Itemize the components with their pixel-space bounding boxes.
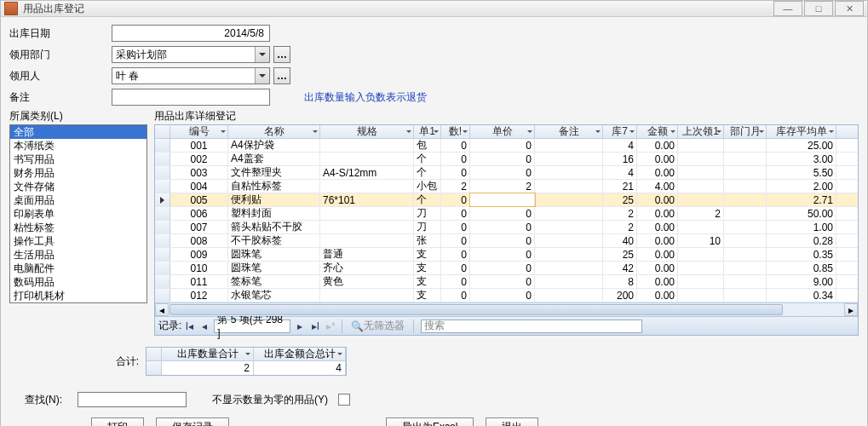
cell-avg[interactable]: 1.00: [767, 221, 836, 233]
cell-id[interactable]: 001: [170, 139, 228, 152]
search-input[interactable]: [78, 392, 187, 407]
person-browse-button[interactable]: …: [273, 67, 290, 84]
cell-unit[interactable]: 个: [414, 193, 441, 206]
cell-last[interactable]: [678, 248, 724, 261]
cell-note[interactable]: [535, 166, 603, 179]
cell-note[interactable]: [535, 180, 603, 193]
cell-id[interactable]: 010: [170, 262, 228, 274]
cell-amt[interactable]: 0.00: [637, 207, 678, 220]
cell-qty[interactable]: 0: [441, 275, 470, 288]
cell-stock[interactable]: 4: [603, 166, 637, 179]
cell-avg[interactable]: 0.35: [767, 248, 836, 261]
cell-stock[interactable]: 25: [603, 193, 637, 206]
cell-unit[interactable]: 个: [414, 166, 441, 179]
cell-dept[interactable]: [724, 207, 767, 220]
exit-button[interactable]: 退出: [486, 417, 538, 426]
cell-last[interactable]: [678, 275, 724, 288]
category-list[interactable]: 全部本溥纸类书写用品财务用品文件存储桌面用品印刷表单粘性标签操作工具生活用品电脑…: [9, 124, 147, 303]
table-row[interactable]: 007箭头粘贴不干胶刀0020.001.00: [155, 221, 858, 234]
cell-spec[interactable]: [320, 139, 414, 152]
cell-amt[interactable]: 0.00: [637, 262, 678, 274]
category-item[interactable]: 操作工具: [10, 234, 147, 248]
category-item[interactable]: 本溥纸类: [10, 139, 147, 153]
category-item[interactable]: 印刷表单: [10, 207, 147, 221]
category-item[interactable]: 桌面用品: [10, 193, 147, 207]
chevron-down-icon[interactable]: [255, 68, 269, 83]
cell-name[interactable]: 自粘性标签: [228, 180, 320, 193]
cell-last[interactable]: [678, 166, 724, 179]
cell-id[interactable]: 009: [170, 248, 228, 261]
cell-unit[interactable]: 小包: [414, 180, 441, 193]
cell-amt[interactable]: 0.00: [637, 234, 678, 247]
cell-stock[interactable]: 2: [603, 207, 637, 220]
cell-amt[interactable]: 0.00: [637, 139, 678, 152]
cell-dept[interactable]: [724, 166, 767, 179]
cell-dept[interactable]: [724, 139, 767, 152]
row-selector-header[interactable]: [155, 125, 170, 138]
cell-id[interactable]: 006: [170, 207, 228, 220]
cell-price[interactable]: 0: [470, 289, 535, 302]
table-row[interactable]: 011签标笔黄色支0080.009.00: [155, 275, 858, 289]
cell-spec[interactable]: [320, 207, 414, 220]
cell-last[interactable]: 10: [678, 234, 724, 247]
filter-indicator[interactable]: 🔍 无筛选器: [351, 319, 405, 333]
cell-name[interactable]: 水银笔芯: [228, 289, 320, 302]
cell-spec[interactable]: A4-S/12mm: [320, 166, 414, 179]
cell-name[interactable]: 箭头粘贴不干胶: [228, 221, 320, 233]
cell-note[interactable]: [535, 193, 603, 206]
cell-stock[interactable]: 16: [603, 153, 637, 165]
cell-avg[interactable]: 3.00: [767, 153, 836, 165]
cell-id[interactable]: 007: [170, 221, 228, 233]
table-row[interactable]: 012水银笔芯支002000.000.34: [155, 289, 858, 302]
person-combo[interactable]: 叶 春: [112, 67, 270, 84]
cell-amt[interactable]: 0.00: [637, 289, 678, 302]
cell-qty[interactable]: 0: [441, 207, 470, 220]
table-row[interactable]: 003文件整理夹A4-S/12mm个0040.005.50: [155, 166, 858, 180]
cell-price[interactable]: 0: [470, 275, 535, 288]
cell-avg[interactable]: 25.00: [767, 139, 836, 152]
chevron-down-icon[interactable]: [255, 47, 269, 62]
export-button[interactable]: 导出为Excel: [386, 417, 474, 426]
category-item[interactable]: 打印机耗材: [10, 289, 147, 302]
cell-qty[interactable]: 0: [441, 262, 470, 274]
cell-note[interactable]: [535, 275, 603, 288]
cell-unit[interactable]: 刀: [414, 221, 441, 233]
cell-qty[interactable]: 0: [441, 234, 470, 247]
close-button[interactable]: ✕: [835, 1, 864, 16]
cell-note[interactable]: [535, 289, 603, 302]
cell-last[interactable]: [678, 289, 724, 302]
cell-unit[interactable]: 支: [414, 275, 441, 288]
cell-last[interactable]: [678, 262, 724, 274]
category-item[interactable]: 文件存储: [10, 180, 147, 193]
cell-note[interactable]: [535, 248, 603, 261]
cell-dept[interactable]: [724, 221, 767, 233]
cell-dept[interactable]: [724, 262, 767, 274]
cell-price[interactable]: [470, 193, 535, 206]
cell-dept[interactable]: [724, 180, 767, 193]
cell-avg[interactable]: 0.28: [767, 234, 836, 247]
cell-price[interactable]: 0: [470, 153, 535, 165]
cell-amt[interactable]: 0.00: [637, 248, 678, 261]
cell-name[interactable]: A4保护袋: [228, 139, 320, 152]
minimize-button[interactable]: —: [773, 1, 802, 16]
nav-next-button[interactable]: ▸: [292, 319, 308, 334]
cell-note[interactable]: [535, 234, 603, 247]
cell-name[interactable]: 圆珠笔: [228, 262, 320, 274]
nav-search-input[interactable]: 搜索: [421, 320, 642, 333]
row-selector[interactable]: [155, 234, 170, 247]
cell-dept[interactable]: [724, 289, 767, 302]
cell-name[interactable]: A4盖套: [228, 153, 320, 165]
cell-price[interactable]: 0: [470, 221, 535, 233]
cell-id[interactable]: 004: [170, 180, 228, 193]
cell-note[interactable]: [535, 262, 603, 274]
cell-id[interactable]: 008: [170, 234, 228, 247]
cell-spec[interactable]: [320, 153, 414, 165]
table-row[interactable]: 008不干胶标签张00400.00100.28: [155, 234, 858, 248]
table-row[interactable]: 006塑料封面刀0020.00250.00: [155, 207, 858, 221]
cell-price[interactable]: 0: [470, 262, 535, 274]
cell-stock[interactable]: 2: [603, 221, 637, 233]
table-row[interactable]: 010圆珠笔齐心支00420.000.85: [155, 262, 858, 275]
cell-name[interactable]: 不干胶标签: [228, 234, 320, 247]
cell-avg[interactable]: 9.00: [767, 275, 836, 288]
cell-spec[interactable]: [320, 289, 414, 302]
